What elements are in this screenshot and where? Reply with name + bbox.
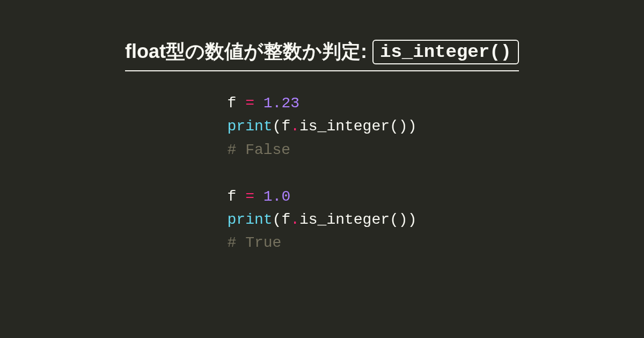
- code-line: f = 1.23: [228, 92, 417, 115]
- code-block: f = 1.23print(f.is_integer())# False f =…: [228, 92, 417, 255]
- code-line: # False: [228, 138, 417, 161]
- code-token: .: [290, 118, 299, 135]
- code-token: f: [228, 95, 237, 112]
- code-line: print(f.is_integer()): [228, 208, 417, 231]
- code-token: f: [281, 118, 290, 135]
- code-token: [254, 188, 264, 205]
- code-line: f = 1.0: [228, 185, 417, 208]
- heading-code: is_integer(): [372, 40, 519, 64]
- code-token: 1.0: [264, 188, 290, 205]
- code-token: .: [290, 211, 299, 228]
- code-token: [236, 188, 245, 205]
- code-line: print(f.is_integer()): [228, 115, 417, 138]
- code-token: print: [228, 211, 273, 228]
- heading-container: float型の数値が整数か判定: is_integer(): [125, 39, 519, 71]
- code-token: is_integer: [299, 211, 390, 228]
- code-line: [228, 161, 417, 185]
- code-token: [254, 95, 264, 112]
- code-token: =: [245, 95, 254, 112]
- code-token: f: [281, 211, 290, 228]
- code-token: # False: [228, 142, 291, 158]
- code-token: 1.23: [264, 95, 299, 112]
- code-token: ()): [390, 118, 416, 135]
- code-token: ()): [390, 211, 416, 228]
- code-token: =: [245, 188, 254, 205]
- code-token: (: [273, 211, 282, 228]
- code-token: is_integer: [299, 118, 390, 135]
- code-token: # True: [228, 234, 282, 251]
- code-line: # True: [228, 231, 417, 254]
- code-token: print: [228, 118, 273, 135]
- code-token: [236, 95, 245, 112]
- code-token: f: [228, 188, 237, 205]
- code-token: [228, 165, 237, 181]
- heading-text: float型の数値が整数か判定:: [125, 39, 367, 65]
- code-token: (: [273, 118, 282, 135]
